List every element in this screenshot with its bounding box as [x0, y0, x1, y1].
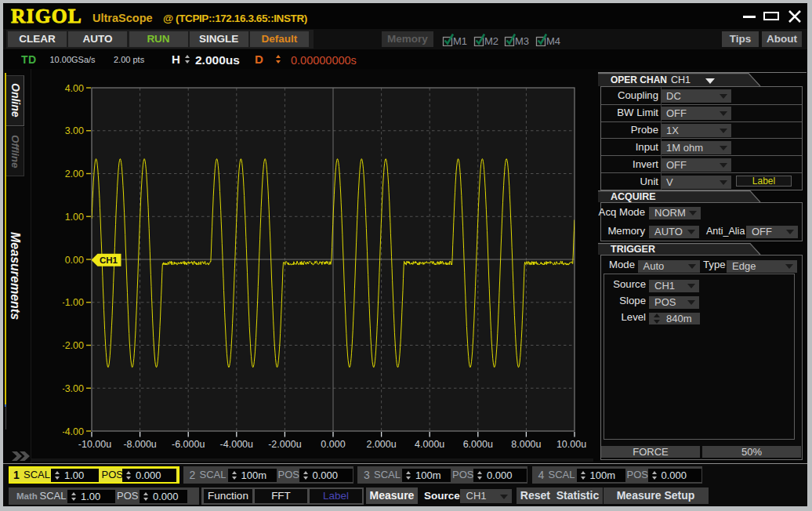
svg-text:4.000u: 4.000u	[415, 439, 444, 450]
svg-text:M2: M2	[484, 35, 498, 46]
svg-text:-6.000u: -6.000u	[172, 439, 205, 450]
svg-text:M1: M1	[453, 35, 467, 46]
svg-text:10.00u: 10.00u	[556, 439, 586, 450]
svg-text:8.000u: 8.000u	[511, 439, 541, 450]
svg-text:-8.000u: -8.000u	[123, 439, 156, 450]
svg-text:0.00: 0.00	[65, 255, 84, 266]
svg-text:6.000u: 6.000u	[463, 439, 493, 450]
svg-text:-1.00: -1.00	[63, 297, 84, 308]
svg-text:-4.000u: -4.000u	[220, 439, 253, 450]
svg-text:-3.00: -3.00	[63, 383, 84, 394]
svg-text:-4.00: -4.00	[63, 426, 84, 437]
svg-text:M3: M3	[515, 35, 529, 46]
svg-text:1.00: 1.00	[65, 212, 84, 223]
svg-text:CH1: CH1	[100, 256, 118, 265]
svg-text:-2.000u: -2.000u	[268, 439, 301, 450]
svg-text:2.000u: 2.000u	[366, 439, 396, 450]
svg-text:2.00: 2.00	[65, 169, 84, 179]
svg-text:M4: M4	[546, 35, 560, 46]
svg-text:-2.00: -2.00	[63, 340, 84, 351]
svg-text:3.00: 3.00	[65, 125, 84, 136]
svg-text:4.00: 4.00	[65, 83, 84, 94]
svg-text:0.000: 0.000	[321, 439, 345, 450]
svg-text:-10.00u: -10.00u	[78, 439, 111, 450]
